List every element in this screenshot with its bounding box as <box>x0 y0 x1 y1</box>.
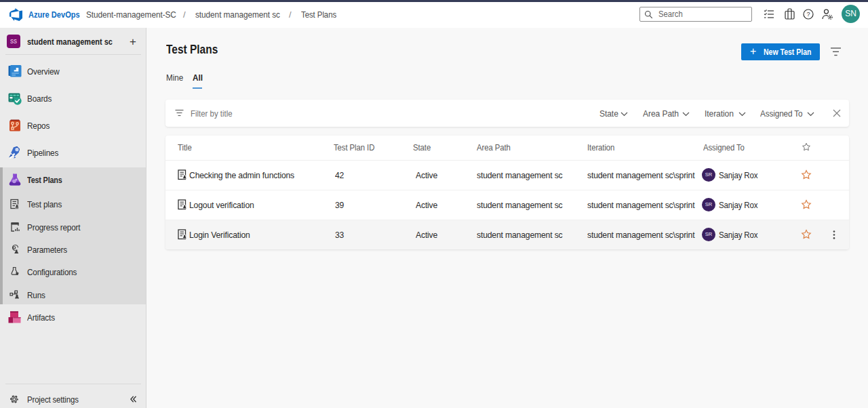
svg-text:?: ? <box>806 11 810 18</box>
